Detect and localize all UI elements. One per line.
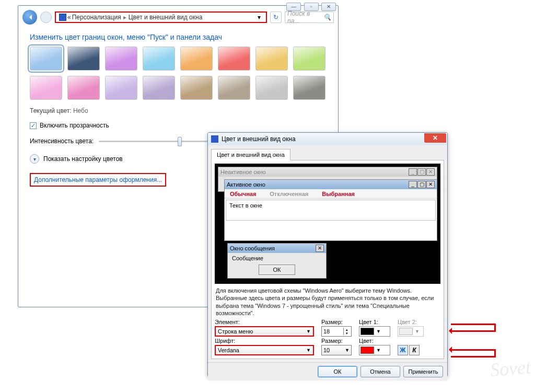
control-panel-icon — [59, 14, 66, 21]
spin-down-icon[interactable]: ▾ — [343, 331, 350, 335]
search-input[interactable]: Поиск в па... 🔍 — [285, 11, 334, 23]
color-swatch[interactable] — [180, 47, 213, 71]
color-swatch[interactable] — [143, 76, 175, 100]
color1-button[interactable]: ▼ — [359, 326, 390, 337]
size-spinner[interactable]: 18 ▴▾ — [321, 326, 352, 337]
search-placeholder: Поиск в па... — [287, 10, 323, 25]
annotation-arrow — [451, 324, 496, 325]
font-color-chip — [360, 347, 374, 354]
slider-thumb[interactable] — [178, 137, 182, 146]
color-swatch[interactable] — [30, 76, 62, 100]
color-swatch[interactable] — [293, 47, 325, 71]
dialog-titlebar: Цвет и внешний вид окна ✕ — [208, 133, 447, 145]
dropdown-icon: ▼ — [306, 329, 311, 334]
cancel-button[interactable]: Отмена — [360, 366, 400, 377]
color-swatch[interactable] — [293, 76, 325, 100]
minimize-button[interactable]: — — [286, 3, 301, 11]
font-size-combo[interactable]: 10▼ — [321, 345, 352, 355]
color-swatch-grid — [18, 43, 338, 103]
transparency-checkbox[interactable]: ✓ — [30, 122, 37, 129]
label-font: Шрифт: — [215, 338, 314, 344]
breadcrumb-level2[interactable]: Цвет и внешний вид окна — [129, 14, 203, 21]
refresh-icon: ↻ — [273, 14, 278, 21]
preview-message-title: Окно сообщения — [230, 245, 275, 251]
preview-inactive-title: Неактивное окно — [220, 169, 266, 175]
forward-button[interactable] — [40, 11, 52, 23]
label-color1: Цвет 1: — [359, 319, 390, 325]
appearance-dialog: Цвет и внешний вид окна ✕ Цвет и внешний… — [207, 132, 448, 377]
annotation-arrow — [451, 349, 496, 351]
show-mixer-label: Показать настройку цветов — [43, 155, 123, 163]
color-swatch[interactable] — [255, 47, 288, 71]
refresh-button[interactable]: ↻ — [270, 11, 282, 23]
color-swatch[interactable] — [218, 76, 250, 100]
color1-chip — [360, 328, 374, 335]
label-size: Размер: — [321, 319, 352, 325]
dropdown-icon: ▼ — [415, 329, 420, 334]
preview-menu-normal: Обычная — [230, 191, 256, 197]
font-combo[interactable]: Verdana▼ — [215, 345, 314, 355]
preview-message-body: Сообщение — [232, 255, 263, 261]
preview-active-window: Активное окно _▢✕ Обычная Отключенная Вы… — [224, 179, 437, 241]
dialog-tabs: Цвет и внешний вид окна — [208, 145, 447, 160]
breadcrumb-marker: « — [67, 14, 71, 21]
maximize-button[interactable]: ▫ — [304, 3, 319, 11]
breadcrumb-level1[interactable]: Персонализация — [72, 14, 121, 21]
element-value: Строка меню — [218, 328, 253, 335]
preview-menu-bar: Обычная Отключенная Выбранная — [225, 189, 437, 199]
close-button[interactable]: ✕ — [321, 3, 336, 11]
apply-button[interactable]: Применить — [403, 366, 443, 377]
advanced-appearance-link[interactable]: Дополнительные параметры оформления... — [30, 173, 166, 187]
ok-button[interactable]: ОК — [318, 366, 357, 377]
current-color-row: Текущий цвет: Небо — [18, 103, 338, 119]
tab-appearance[interactable]: Цвет и внешний вид окна — [211, 149, 290, 160]
max-icon: ▢ — [417, 168, 426, 176]
dialog-close-button[interactable]: ✕ — [424, 133, 446, 143]
color-swatch[interactable] — [105, 47, 137, 71]
color-swatch[interactable] — [143, 47, 175, 71]
breadcrumb-dropdown-icon[interactable]: ▾ — [255, 14, 263, 21]
font-color-button[interactable]: ▼ — [359, 345, 390, 355]
element-combo[interactable]: Строка меню▼ — [215, 326, 314, 337]
color-swatch[interactable] — [30, 47, 62, 71]
italic-button[interactable]: К — [409, 345, 420, 355]
chevron-right-icon: ▸ — [123, 14, 126, 21]
color-swatch[interactable] — [180, 76, 213, 100]
color2-button: ▼ — [398, 326, 424, 337]
min-icon: _ — [409, 181, 417, 188]
annotation-arrow — [451, 356, 496, 358]
current-color-value: Небо — [73, 107, 88, 114]
color-swatch[interactable] — [218, 47, 250, 71]
dropdown-icon: ▼ — [376, 329, 381, 334]
dropdown-icon: ▼ — [306, 348, 311, 353]
chevron-down-icon: ▾ — [30, 154, 39, 164]
preview-body-text: Текст в окне — [226, 200, 436, 221]
window-icon — [211, 135, 218, 143]
dropdown-icon: ▼ — [345, 348, 350, 353]
close-icon: ✕ — [426, 181, 435, 188]
current-color-label: Текущий цвет: — [30, 107, 72, 114]
dialog-button-row: ОК Отмена Применить — [208, 362, 447, 381]
color-swatch[interactable] — [255, 76, 288, 100]
color-swatch[interactable] — [105, 76, 137, 100]
preview-menu-disabled: Отключенная — [270, 191, 308, 197]
dialog-body: Неактивное окно _▢✕ Активное окно _▢✕ Об… — [211, 160, 444, 359]
dropdown-icon: ▼ — [376, 348, 381, 353]
dialog-title: Цвет и внешний вид окна — [222, 135, 296, 143]
color-swatch[interactable] — [67, 47, 100, 71]
bold-button[interactable]: Ж — [398, 345, 408, 355]
preview-message-box: Окно сообщения ✕ Сообщение ОК — [227, 243, 327, 279]
preview-ok-button: ОК — [259, 264, 295, 275]
back-button[interactable] — [22, 10, 37, 25]
close-icon: ✕ — [426, 168, 435, 176]
color-swatch[interactable] — [67, 76, 100, 100]
label-font-size: Размер: — [321, 338, 352, 344]
spin-up-icon[interactable]: ▴ — [343, 328, 350, 331]
min-icon: _ — [409, 168, 417, 176]
preview-menu-selected: Выбранная — [322, 191, 355, 197]
appearance-preview: Неактивное окно _▢✕ Активное окно _▢✕ Об… — [215, 164, 440, 284]
close-icon: ✕ — [316, 245, 324, 252]
breadcrumb[interactable]: « Персонализация ▸ Цвет и внешний вид ок… — [55, 11, 267, 23]
aero-note: Для включения цветовой схемы "Windows Ae… — [215, 284, 440, 319]
transparency-label: Включить прозрачность — [40, 122, 109, 129]
